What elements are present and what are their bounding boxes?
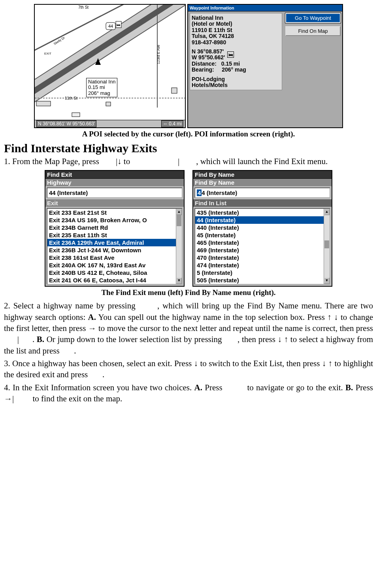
wp-dist: 0.15 mi xyxy=(221,61,240,67)
name-scrollbar[interactable]: ▲ ▼ xyxy=(324,209,330,284)
map-status-bar: N 36°08.861' W 95°50.663' ↔ 0.4 mi xyxy=(35,120,185,127)
waypoint-details: National Inn (Hotel or Motel) 11910 E 11… xyxy=(190,13,282,90)
find-exit-list-label: Exit xyxy=(45,199,184,207)
list-item[interactable]: 5 (Interstate) xyxy=(195,269,330,276)
find-by-name-menu: Find By Name Find By Name 44 (Interstate… xyxy=(192,170,332,287)
status-coords: N 36°08.861' W 95°50.663' xyxy=(36,120,96,127)
find-name-section1: Find By Name xyxy=(193,179,332,186)
svg-text:123rd E Ave: 123rd E Ave xyxy=(156,45,160,64)
scale-arrow-icon: ↔ xyxy=(163,121,168,127)
wp-category: POI-Lodging xyxy=(192,76,280,82)
wp-bear-label: Bearing: xyxy=(192,66,214,73)
svg-text:11th St: 11th St xyxy=(65,96,77,100)
list-item[interactable]: 45 (Interstate) xyxy=(195,231,330,239)
list-item[interactable]: Exit 234A US 169, Broken Arrow, O xyxy=(47,216,182,224)
scroll-thumb[interactable] xyxy=(177,214,181,226)
waypoint-title-bar: Waypoint Information xyxy=(188,5,342,11)
wp-address1: 11910 E 11th St xyxy=(192,27,280,33)
popup-name: National Inn xyxy=(88,79,115,85)
top-figure-row: 44 🛏 123rd E Ave 7th St 11th St Skelly D… xyxy=(4,4,373,128)
step-4: 4. In the Exit Information screen you ha… xyxy=(4,382,373,405)
step-2: 2. Select a highway name by pressing , w… xyxy=(4,300,373,356)
find-name-section2: Find In List xyxy=(193,199,332,207)
find-exit-list[interactable]: Exit 233 East 21st StExit 234A US 169, B… xyxy=(47,208,183,285)
scale-value: 0.4 mi xyxy=(169,121,182,127)
svg-text:7th St: 7th St xyxy=(78,5,89,9)
step-3: 3. Once a highway has been chosen, selec… xyxy=(4,358,373,380)
step-1: 1. From the Map Page, press |↓ to | , wh… xyxy=(4,156,373,167)
find-exit-highway-input[interactable]: 44 (Interstate) xyxy=(47,187,183,198)
svg-rect-7 xyxy=(36,101,51,106)
wp-address2: Tulsa, OK 74128 xyxy=(192,33,280,39)
caption-1: A POI selected by the cursor (left). POI… xyxy=(4,130,373,138)
wp-name: National Inn xyxy=(192,15,280,21)
list-item[interactable]: 469 (Interstate) xyxy=(195,246,330,254)
list-item[interactable]: Exit 236B Jct I-244 W, Downtown xyxy=(47,246,182,254)
svg-rect-8 xyxy=(172,88,177,93)
exit-scrollbar[interactable]: ▲ ▼ xyxy=(176,209,182,284)
list-item[interactable]: Exit 240A OK 167 N, 193rd East Av xyxy=(47,261,182,269)
wp-lat: N 36°08.857' xyxy=(192,49,225,55)
input-cursor-char: 4 xyxy=(197,189,202,196)
list-item[interactable]: 470 (Interstate) xyxy=(195,254,330,261)
scroll-up-icon[interactable]: ▲ xyxy=(324,209,330,215)
find-name-input[interactable]: 44 (Interstate) xyxy=(194,187,330,198)
bed-icon: 🛏 xyxy=(227,51,234,58)
map-cursor-popup: National Inn 0.15 mi 206° mag xyxy=(86,78,117,97)
step1-c: | xyxy=(178,157,179,166)
list-item[interactable]: Exit 233 East 21st St xyxy=(47,209,182,216)
list-item[interactable]: 435 (Interstate) xyxy=(195,209,330,216)
list-item[interactable]: Exit 236A 129th Ave East, Admiral xyxy=(47,239,182,246)
svg-text:🛏: 🛏 xyxy=(117,23,121,27)
list-item[interactable]: 474 (Interstate) xyxy=(195,261,330,269)
popup-bearing: 206° mag xyxy=(88,91,115,96)
map-screenshot: 44 🛏 123rd E Ave 7th St 11th St Skelly D… xyxy=(34,4,186,128)
go-to-waypoint-button[interactable]: Go To Waypoint xyxy=(285,13,341,23)
list-item[interactable]: 505 (Interstate) xyxy=(195,276,330,284)
list-item[interactable]: 44 (Interstate) xyxy=(195,216,330,224)
scroll-down-icon[interactable]: ▼ xyxy=(176,278,182,284)
list-item[interactable]: Exit 238 161st East Ave xyxy=(47,254,182,261)
status-scale: ↔ 0.4 mi xyxy=(161,120,183,127)
find-exit-menu: Find Exit Highway 44 (Interstate) Exit E… xyxy=(45,170,185,287)
waypoint-info-panel: Waypoint Information National Inn (Hotel… xyxy=(187,4,343,128)
list-item[interactable]: 440 (Interstate) xyxy=(195,224,330,231)
step1-d: , which will launch the Find Exit menu. xyxy=(196,157,328,166)
find-exit-highway-label: Highway xyxy=(45,179,184,186)
step1-b: |↓ to xyxy=(116,157,132,166)
list-item[interactable]: Exit 234B Garnett Rd xyxy=(47,224,182,231)
svg-rect-9 xyxy=(106,102,111,106)
menu-figure-row: Find Exit Highway 44 (Interstate) Exit E… xyxy=(4,170,373,287)
section-heading: Find Interstate Highway Exits xyxy=(4,142,373,155)
wp-dist-label: Distance: xyxy=(192,61,217,67)
list-item[interactable]: Exit 241 OK 66 E, Catoosa, Jct I-44 xyxy=(47,276,182,284)
wp-subcategory: Hotels/Motels xyxy=(192,82,280,88)
popup-distance: 0.15 mi xyxy=(88,85,115,90)
scroll-thumb[interactable] xyxy=(324,240,329,248)
find-name-title: Find By Name xyxy=(193,171,332,179)
wp-lon: W 95°50.662' xyxy=(192,55,225,61)
find-on-map-button[interactable]: Find On Map xyxy=(285,26,341,36)
scroll-down-icon[interactable]: ▼ xyxy=(324,278,330,284)
input-rest: 4 (Interstate) xyxy=(202,189,237,196)
wp-subtype: (Hotel or Motel) xyxy=(192,21,280,27)
wp-bear: 206° mag xyxy=(222,66,246,73)
step1-a: 1. From the Map Page, press xyxy=(4,157,101,166)
list-item[interactable]: 465 (Interstate) xyxy=(195,239,330,246)
wp-phone: 918-437-8980 xyxy=(192,40,280,45)
svg-text:44: 44 xyxy=(108,24,113,28)
list-item[interactable]: Exit 240B US 412 E, Choteau, Siloa xyxy=(47,269,182,276)
svg-rect-10 xyxy=(72,113,80,117)
caption-2: The Find Exit menu (left) Find By Name m… xyxy=(4,288,373,297)
svg-text:EXIT: EXIT xyxy=(44,52,51,55)
waypoint-buttons: Go To Waypoint Find On Map xyxy=(284,11,342,92)
find-name-list[interactable]: 435 (Interstate)44 (Interstate)440 (Inte… xyxy=(194,208,330,285)
list-item[interactable]: Exit 235 East 11th St xyxy=(47,231,182,239)
map-roads-svg: 44 🛏 123rd E Ave 7th St 11th St Skelly D… xyxy=(35,5,185,127)
find-exit-title: Find Exit xyxy=(45,171,184,179)
